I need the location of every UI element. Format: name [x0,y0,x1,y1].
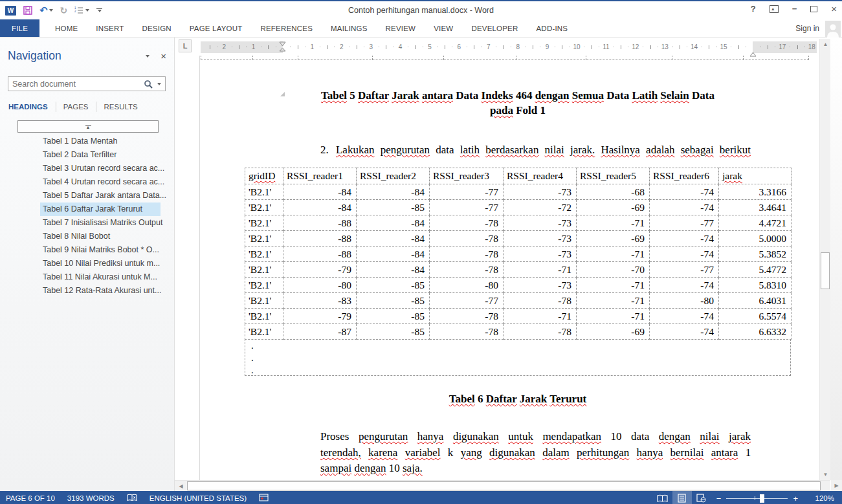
nav-tab-results[interactable]: RESULTS [96,102,145,112]
scroll-up-icon[interactable]: ▲ [820,39,831,50]
zoom-slider-thumb[interactable] [760,494,764,503]
zoom-level[interactable]: 120% [807,494,834,502]
zoom-out-button[interactable]: − [716,494,722,503]
ribbon-tab-view[interactable]: VIEW [425,19,462,37]
word: Fold [516,104,537,116]
ribbon-tab-mailings[interactable]: MAILINGS [322,19,377,37]
ruler-tick [423,47,423,47]
window-controls: ? − × [751,4,837,14]
table-cell: -79 [283,309,357,324]
horizontal-scrollbar-thumb[interactable] [187,481,821,490]
vertical-scrollbar-thumb[interactable] [821,252,830,289]
read-mode-button[interactable] [653,491,672,504]
nav-heading-item[interactable]: Tabel 10 Nilai Prediksi untuk m... [40,257,161,270]
sign-in-area[interactable]: Sign in [795,19,842,38]
web-layout-button[interactable] [692,491,711,504]
table-cell: 'B2.1' [245,215,283,231]
word: variabel [405,446,441,459]
ribbon-tab-add-ins[interactable]: ADD-INS [527,19,577,37]
column-header: RSSI_reader1 [283,168,357,184]
ribbon-tab-home[interactable]: HOME [46,19,87,37]
word: 5 [349,89,355,102]
search-input[interactable] [12,80,144,89]
word: jarak [729,430,751,443]
nav-heading-item[interactable]: Tabel 9 Nilai Matriks Bobot * O... [40,243,161,257]
table-cell: -73 [504,247,577,262]
nav-heading-item[interactable]: Tabel 3 Urutan record secara ac... [40,162,161,175]
indent-marker-icon[interactable] [279,41,286,56]
language-indicator[interactable]: ENGLISH (UNITED STATES) [150,494,247,502]
macro-recording-icon[interactable] [259,494,269,503]
nav-heading-item[interactable]: Tabel 5 Daftar Jarak antara Data... [40,189,161,203]
word: digunakan [489,446,535,459]
word: Tabel [449,393,475,405]
page-left-edge [199,56,200,480]
table-cell: -84 [357,231,430,247]
horizontal-scrollbar[interactable]: ◀ [175,480,830,491]
navigation-options-icon[interactable] [146,55,150,58]
scroll-down-icon[interactable]: ▼ [820,469,831,480]
ribbon-display-options-button[interactable] [770,5,779,13]
word: perhitungan [577,446,629,459]
table-cell: -79 [283,262,357,278]
table-cell: -84 [357,184,430,200]
word: dengan [354,462,386,474]
avatar[interactable] [825,21,841,38]
partial-row-cell: -71 [516,56,586,60]
minimize-button[interactable]: − [792,4,797,14]
close-button[interactable]: × [831,4,837,14]
nav-heading-item[interactable]: Tabel 4 Urutan record secara ac... [40,175,161,189]
nav-tab-pages[interactable]: PAGES [56,102,97,112]
ribbon-tab-references[interactable]: REFERENCES [251,19,322,37]
document-page[interactable]: L 211234567891011121314151718 394'B1.2'-… [175,38,819,480]
scroll-right-icon[interactable]: ▶ [831,480,842,491]
navigation-close-icon[interactable]: × [161,50,166,61]
jump-to-top-item[interactable]: ▲ [17,120,159,133]
partial-row-cell: -78 [672,56,743,60]
help-button[interactable]: ? [751,4,756,14]
ribbon-tab-developer[interactable]: DEVELOPER [462,19,527,37]
search-dropdown-icon[interactable] [157,83,161,85]
ribbon-tab-insert[interactable]: INSERT [87,19,133,37]
nav-heading-item[interactable]: Tabel 1 Data Mentah [40,135,161,148]
zoom-in-button[interactable]: + [793,494,798,503]
ribbon-tab-page-layout[interactable]: PAGE LAYOUT [181,19,252,37]
tab-stop-selector[interactable]: L [179,39,192,52]
ruler-tick [511,47,511,47]
word: saja. [403,462,423,474]
word-count[interactable]: 3193 WORDS [67,494,115,502]
ribbon-tab-review[interactable]: REVIEW [377,19,425,37]
table-cell: -73 [504,184,577,200]
ruler-number: 5 [428,43,432,50]
maximize-button[interactable] [810,6,817,12]
sign-in-label[interactable]: Sign in [795,24,819,33]
word: Data [692,89,715,102]
table-cell: -78 [430,247,504,262]
ruler-tick [408,47,408,47]
ruler-number: 11 [603,43,609,50]
scroll-left-icon[interactable]: ◀ [175,481,186,492]
nav-heading-item[interactable]: Tabel 2 Data Terfilter [40,148,161,162]
nav-heading-item[interactable]: Tabel 6 Daftar Jarak Terurut [40,203,161,216]
word: Tabel [321,89,347,102]
ruler-number: 12 [632,43,639,50]
word: terendah, [320,446,361,459]
search-icon[interactable] [144,80,153,89]
nav-heading-item[interactable]: Tabel 11 Nilai Akurasi untuk M... [40,270,161,284]
horizontal-ruler[interactable]: 211234567891011121314151718 [201,41,817,53]
tabel6-heading: Tabel 6 Daftar Jarak Terurut [283,391,753,406]
nav-heading-item[interactable]: Tabel 8 Nilai Bobot [40,230,161,243]
vertical-scrollbar[interactable]: ▲ ▼ [819,39,830,480]
nav-heading-item[interactable]: Tabel 12 Rata-Rata Akurasi unt... [40,284,161,298]
zoom-slider[interactable] [726,491,788,504]
ribbon-tab-file[interactable]: FILE [0,19,39,37]
page-indicator[interactable]: PAGE 6 OF 10 [6,494,55,502]
table-row: 'B2.1'-80-85-80-73-71-745.8310 [245,278,792,293]
nav-tab-headings[interactable]: HEADINGS [8,102,56,112]
proofing-status-icon[interactable] [127,494,137,503]
search-box[interactable] [8,76,166,91]
ribbon-tab-design[interactable]: DESIGN [133,19,180,37]
print-layout-button[interactable] [672,491,692,504]
nav-heading-item[interactable]: Tabel 7 Inisialisasi Matriks Output [40,216,161,230]
table-row: 'B2.1'-88-84-78-73-71-745.3852 [245,247,792,262]
